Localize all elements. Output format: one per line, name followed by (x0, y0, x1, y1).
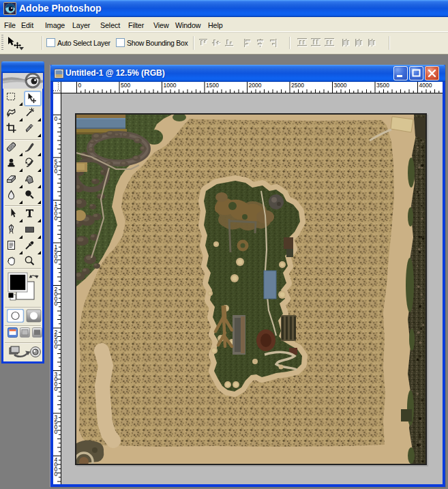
svg-text:500: 500 (121, 82, 130, 89)
svg-text:0: 0 (55, 215, 58, 222)
svg-text:0: 0 (55, 343, 58, 350)
svg-text:4000: 4000 (419, 82, 432, 89)
svg-text:1500: 1500 (206, 82, 219, 89)
svg-text:0: 0 (55, 385, 58, 392)
svg-text:0: 0 (55, 115, 58, 122)
svg-text:1000: 1000 (164, 82, 177, 89)
svg-text:0: 0 (55, 300, 58, 307)
svg-text:0: 0 (55, 258, 58, 265)
svg-text:0: 0 (55, 471, 58, 477)
svg-text:0: 0 (55, 168, 58, 175)
svg-text:2500: 2500 (291, 82, 304, 89)
svg-text:0: 0 (55, 428, 58, 435)
svg-text:2000: 2000 (249, 82, 262, 89)
svg-text:0: 0 (78, 82, 82, 89)
svg-text:3000: 3000 (334, 82, 347, 89)
svg-text:3500: 3500 (376, 82, 389, 89)
